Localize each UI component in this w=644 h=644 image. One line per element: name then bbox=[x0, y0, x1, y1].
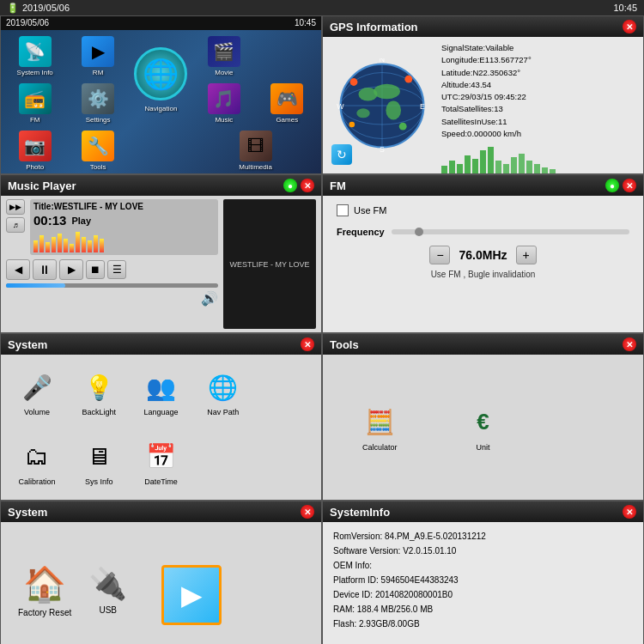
play-big-button[interactable]: ▶ bbox=[161, 565, 222, 625]
fm-minus-button[interactable]: − bbox=[429, 246, 450, 264]
system-item-datetime[interactable]: 📅 DateTime bbox=[131, 429, 190, 495]
app-label-multimedia: Multimedia bbox=[239, 163, 272, 171]
tools-item-calculator[interactable]: 🧮 Calculator bbox=[330, 360, 429, 495]
bottom-system-panel: System ✕ 🏠 Factory Reset 🔌 USB ▶ bbox=[0, 501, 322, 644]
sysinfo-panel: SystemInfo ✕ RomVersion: 84.PM_A9.E-5.02… bbox=[322, 501, 644, 644]
language-icon: 👥 bbox=[142, 368, 179, 406]
svg-point-7 bbox=[386, 100, 401, 119]
app-tile-tools[interactable]: 🔧 Tools bbox=[68, 129, 127, 173]
system-item-sysinfo[interactable]: 🖥 Sys Info bbox=[70, 429, 128, 495]
music-info-box: Title:WESTLIFE - MY LOVE 00:13 Play bbox=[30, 199, 218, 255]
system-close-button[interactable]: ✕ bbox=[301, 337, 314, 351]
gps-title: GPS Information bbox=[330, 21, 418, 33]
app-label-sysinfo: System Info bbox=[17, 69, 53, 76]
factory-reset-icon: 🏠 bbox=[23, 564, 66, 605]
svg-point-12 bbox=[349, 121, 355, 127]
bottom-system-close-button[interactable]: ✕ bbox=[301, 505, 314, 519]
main-grid: 2019/05/06 10:45 📡 System Info ▶ RM 🌐 Na… bbox=[0, 15, 644, 644]
app-label-movie: Movie bbox=[215, 69, 233, 76]
system-item-volume[interactable]: 🎤 Volume bbox=[8, 360, 66, 426]
app-tile-multimedia[interactable]: 🎞 Multimedia bbox=[194, 129, 317, 173]
sysinfo-content: RomVersion: 84.PM_A9.E-5.020131212 Softw… bbox=[323, 522, 643, 638]
prev-button[interactable]: ◀ bbox=[6, 259, 30, 280]
app-tile-rm[interactable]: ▶ RM bbox=[68, 34, 127, 78]
app-label-photo: Photo bbox=[26, 163, 44, 171]
fm-mhz-row: − 76.0MHz + bbox=[337, 246, 629, 264]
sysinfo-ram: RAM: 188.4 MB/256.0 MB bbox=[333, 602, 633, 617]
usb-item[interactable]: 🔌 USB bbox=[88, 566, 127, 615]
system-icons-grid: 🎤 Volume 💡 BackLight 👥 Language 🌐 Nav Pa… bbox=[1, 355, 321, 500]
svg-point-10 bbox=[404, 75, 412, 82]
app-tile-navigation[interactable]: 🌐 Navigation bbox=[131, 34, 191, 125]
fm-use-checkbox[interactable] bbox=[337, 204, 349, 216]
system-item-calibration[interactable]: 🗂 Calibration bbox=[8, 429, 66, 495]
music-top-row: ▶▶ ♬ Title:WESTLIFE - MY LOVE 00:13 Play bbox=[6, 199, 218, 255]
top-status-bar: 🔋 2019/05/06 10:45 bbox=[0, 0, 644, 15]
bottom-system-header: System ✕ bbox=[1, 501, 321, 522]
sysinfo-flash: Flash: 2.93GB/8.00GB bbox=[333, 617, 633, 631]
app-label-tools: Tools bbox=[90, 163, 106, 171]
gps-header: GPS Information ✕ bbox=[323, 16, 643, 37]
app-tile-settings[interactable]: ⚙️ Settings bbox=[68, 82, 127, 125]
sysinfo-header: SystemInfo ✕ bbox=[323, 501, 643, 522]
fm-use-label: Use FM bbox=[354, 205, 387, 216]
app-tile-photo[interactable]: 📷 Photo bbox=[5, 129, 64, 173]
music-side-btn-1[interactable]: ▶▶ bbox=[6, 199, 25, 215]
music-progress-bar[interactable] bbox=[6, 283, 218, 288]
music-album-art: WESTLIFE - MY LOVE bbox=[223, 199, 316, 329]
music-eq-bars bbox=[33, 230, 215, 252]
sysinfo-close-button[interactable]: ✕ bbox=[623, 505, 636, 519]
app-tile-sysinfo[interactable]: 📡 System Info bbox=[5, 34, 64, 78]
app-tile-movie[interactable]: 🎬 Movie bbox=[194, 34, 253, 78]
music-green-button[interactable]: ● bbox=[283, 179, 297, 192]
gps-globe-svg: N S W E bbox=[335, 58, 429, 153]
music-song-title: Title:WESTLIFE - MY LOVE bbox=[33, 202, 215, 211]
pause-button[interactable]: ⏸ bbox=[33, 259, 57, 280]
music-side-btn-2[interactable]: ♬ bbox=[6, 217, 25, 233]
app-grid-panel: 2019/05/06 10:45 📡 System Info ▶ RM 🌐 Na… bbox=[0, 15, 322, 174]
app-tile-music[interactable]: 🎵 Music bbox=[194, 82, 253, 125]
list-button[interactable]: ☰ bbox=[107, 260, 126, 279]
system-item-backlight[interactable]: 💡 BackLight bbox=[70, 360, 128, 426]
fm-green-button[interactable]: ● bbox=[605, 179, 619, 192]
svg-point-6 bbox=[374, 83, 400, 99]
system-title: System bbox=[8, 338, 47, 351]
app-label-music: Music bbox=[215, 116, 233, 124]
svg-point-11 bbox=[399, 122, 407, 130]
music-volume-icon: 🔊 bbox=[6, 290, 218, 307]
music-play-label: Play bbox=[71, 216, 91, 226]
datetime-icon: 📅 bbox=[142, 438, 179, 476]
calculator-icon: 🧮 bbox=[361, 404, 398, 441]
fm-frequency-label: Frequency bbox=[337, 227, 385, 237]
stop-button[interactable]: ⏹ bbox=[86, 260, 105, 279]
gps-speed: Speed:0.000000 km/h bbox=[441, 128, 640, 140]
calculator-label: Calculator bbox=[362, 443, 398, 452]
gps-longitude: Longitude:E113.567727° bbox=[441, 54, 640, 66]
music-album-text: WESTLIFE - MY LOVE bbox=[230, 260, 310, 269]
system-item-language[interactable]: 👥 Language bbox=[131, 360, 190, 426]
fm-use-row: Use FM bbox=[337, 204, 629, 216]
system-item-navpath[interactable]: 🌐 Nav Path bbox=[194, 360, 252, 426]
svg-text:S: S bbox=[380, 144, 385, 152]
music-title-label: Music Player bbox=[8, 179, 76, 192]
app-tile-games[interactable]: 🎮 Games bbox=[258, 82, 317, 125]
factory-reset-item[interactable]: 🏠 Factory Reset bbox=[18, 564, 71, 617]
calibration-label: Calibration bbox=[19, 477, 56, 486]
fm-slider-thumb bbox=[415, 228, 423, 236]
fm-frequency-slider[interactable] bbox=[392, 229, 629, 234]
music-close-button[interactable]: ✕ bbox=[301, 179, 314, 192]
next-button[interactable]: ▶ bbox=[59, 259, 83, 280]
sysinfo-title: SystemInfo bbox=[330, 506, 390, 519]
app-tile-fm[interactable]: 📻 FM bbox=[5, 82, 64, 125]
gps-close-button[interactable]: ✕ bbox=[623, 20, 636, 33]
calibration-icon: 🗂 bbox=[18, 438, 56, 476]
gps-info-text: SignalState:Vailable Longitude:E113.5677… bbox=[441, 40, 640, 170]
tools-close-button[interactable]: ✕ bbox=[623, 337, 636, 351]
gps-globe-area: N S W E ↻ bbox=[326, 40, 438, 170]
fm-plus-button[interactable]: + bbox=[516, 246, 537, 264]
gps-refresh-button[interactable]: ↻ bbox=[331, 144, 352, 165]
fm-close-button[interactable]: ✕ bbox=[623, 179, 636, 192]
tools-item-unit[interactable]: € Unit bbox=[433, 360, 532, 495]
datetime-label: DateTime bbox=[144, 477, 178, 486]
tools-panel: Tools ✕ 🧮 Calculator € Unit bbox=[322, 333, 644, 501]
